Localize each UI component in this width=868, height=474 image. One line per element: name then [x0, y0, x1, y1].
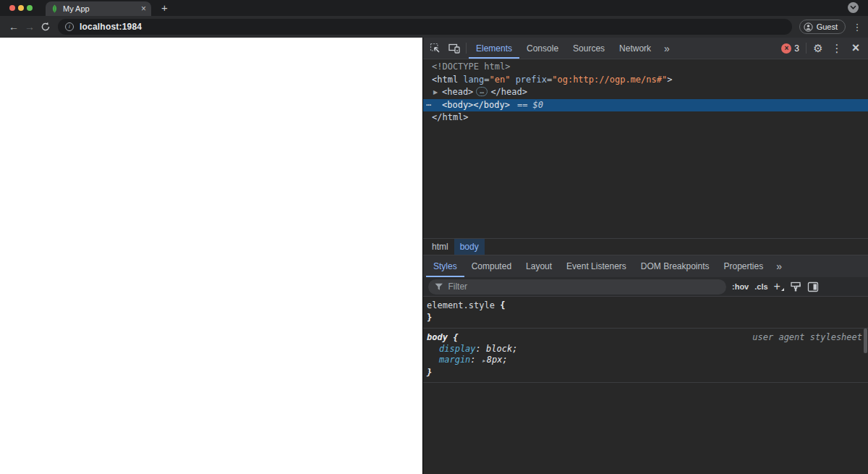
- favicon-leaf-icon: [51, 4, 59, 13]
- filter-pill[interactable]: [428, 279, 726, 295]
- tab-search-button[interactable]: [848, 2, 859, 13]
- tab-event-listeners[interactable]: Event Listeners: [559, 255, 634, 277]
- error-count: 3: [794, 43, 799, 54]
- css-property-row[interactable]: display: block;: [427, 344, 862, 355]
- zoom-window-button[interactable]: [27, 5, 33, 11]
- computed-sidebar-toggle-button[interactable]: [807, 282, 819, 292]
- reload-icon: [41, 22, 51, 32]
- styles-sidebar-tabs: Styles Computed Layout Event Listeners D…: [423, 255, 868, 277]
- close-window-button[interactable]: [9, 5, 15, 11]
- new-tab-button[interactable]: +: [161, 1, 168, 14]
- node-menu-dots[interactable]: …: [426, 97, 432, 110]
- dom-tree: <!DOCTYPE html> <html lang="en" prefix="…: [423, 59, 868, 238]
- device-icon: [448, 43, 461, 54]
- error-count-button[interactable]: × 3: [777, 38, 804, 59]
- devtools-panel: Elements Console Sources Network » × 3 ⚙…: [422, 38, 868, 474]
- devtools-menu-button[interactable]: ⋮: [827, 38, 846, 59]
- back-button[interactable]: ←: [6, 21, 22, 33]
- profile-label: Guest: [817, 22, 838, 31]
- tab-computed[interactable]: Computed: [464, 255, 519, 277]
- tab-close-icon[interactable]: ×: [141, 5, 146, 12]
- body-rule-section[interactable]: user agent stylesheet body { display: bl…: [423, 329, 868, 383]
- dom-node-doctype[interactable]: <!DOCTYPE html>: [423, 61, 868, 74]
- stylesheet-origin: user agent stylesheet: [752, 332, 862, 344]
- filter-funnel-icon: [435, 283, 443, 291]
- dom-node-html-close[interactable]: </html>: [423, 111, 868, 124]
- tab-title: My App: [63, 4, 141, 13]
- browser-tab[interactable]: My App ×: [46, 1, 151, 16]
- tab-sources[interactable]: Sources: [566, 38, 612, 59]
- css-property-row[interactable]: margin: ▸8px;: [427, 355, 862, 367]
- browser-toolbar: ← → i localhost:1984 Guest ⋮: [0, 16, 868, 38]
- toggle-classes-button[interactable]: .cls: [754, 282, 767, 291]
- dom-node-html-open[interactable]: <html lang="en" prefix="og:http://ogp.me…: [423, 74, 868, 87]
- dom-node-head[interactable]: ▶<head>…</head>: [423, 86, 868, 99]
- tab-strip: My App × +: [0, 0, 868, 16]
- site-info-icon[interactable]: i: [65, 22, 74, 31]
- new-style-rule-button[interactable]: +: [774, 282, 784, 292]
- reload-button[interactable]: [38, 22, 54, 32]
- forward-button[interactable]: →: [22, 21, 38, 33]
- styles-filter-input[interactable]: [448, 282, 720, 292]
- inspect-icon: [430, 43, 441, 54]
- expand-arrow-icon[interactable]: ▶: [433, 86, 438, 99]
- sidebar-panel-icon: [807, 282, 819, 292]
- shorthand-expander-icon[interactable]: ▸: [482, 357, 485, 364]
- styles-pane: element.style { } user agent stylesheet …: [423, 297, 868, 474]
- selected-node-hint: == $0: [517, 100, 543, 110]
- tab-dom-breakpoints[interactable]: DOM Breakpoints: [634, 255, 717, 277]
- address-url: localhost:1984: [80, 22, 142, 32]
- tab-elements[interactable]: Elements: [469, 38, 519, 59]
- tab-layout[interactable]: Layout: [519, 255, 559, 277]
- devtools-toolbar: Elements Console Sources Network » × 3 ⚙…: [423, 38, 868, 59]
- page-viewport: [0, 38, 422, 474]
- person-icon: [804, 22, 813, 32]
- element-style-section[interactable]: element.style { }: [423, 297, 868, 329]
- window-controls: [0, 0, 33, 16]
- divider: [806, 43, 807, 54]
- tab-properties[interactable]: Properties: [717, 255, 771, 277]
- settings-gear-button[interactable]: ⚙: [809, 38, 827, 59]
- rendering-emulations-button[interactable]: [790, 282, 801, 292]
- more-sidebar-tabs-button[interactable]: »: [770, 255, 788, 277]
- profile-button[interactable]: Guest: [799, 20, 846, 34]
- scrollbar-thumb[interactable]: [864, 329, 867, 353]
- minimize-window-button[interactable]: [18, 5, 24, 11]
- device-toolbar-button[interactable]: [445, 38, 464, 59]
- browser-window: My App × + ← → i localhost:1984 Guest ⋮: [0, 0, 868, 474]
- tab-console[interactable]: Console: [519, 38, 566, 59]
- browser-menu-button[interactable]: ⋮: [852, 22, 862, 33]
- divider: [466, 43, 467, 54]
- toggle-element-state-button[interactable]: :hov: [732, 282, 749, 291]
- collapsed-content-button[interactable]: …: [476, 87, 488, 96]
- paint-brush-icon: [790, 282, 801, 292]
- error-icon: ×: [781, 43, 791, 54]
- tab-network[interactable]: Network: [612, 38, 658, 59]
- tab-styles[interactable]: Styles: [426, 255, 464, 277]
- dom-breadcrumbs: html body: [423, 238, 868, 255]
- more-tabs-button[interactable]: »: [658, 38, 676, 59]
- rule-selector: body: [427, 332, 448, 342]
- crumb-html[interactable]: html: [426, 239, 454, 255]
- dropdown-corner-icon: [781, 288, 784, 291]
- dom-node-body-selected[interactable]: …<body></body>== $0: [423, 99, 868, 112]
- styles-filter-bar: :hov .cls +: [423, 277, 868, 297]
- devtools-close-button[interactable]: ×: [846, 38, 865, 59]
- inspect-element-button[interactable]: [426, 38, 445, 59]
- crumb-body[interactable]: body: [454, 239, 485, 255]
- address-bar[interactable]: i localhost:1984: [58, 19, 792, 35]
- chevron-down-icon: [850, 5, 856, 10]
